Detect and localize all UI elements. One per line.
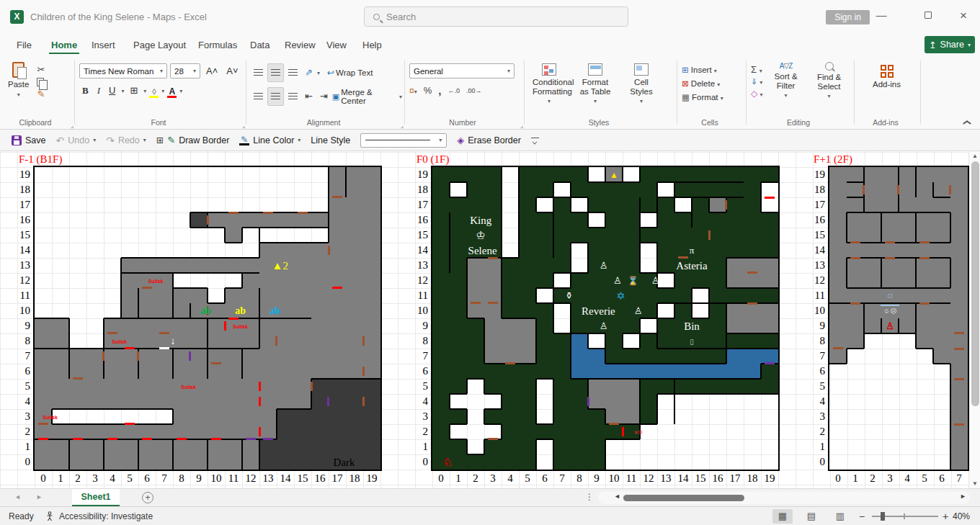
- map-cell[interactable]: [899, 182, 916, 197]
- map-cell[interactable]: [864, 197, 881, 212]
- map-cell[interactable]: [881, 228, 899, 243]
- map-cell[interactable]: [899, 167, 916, 182]
- map-cell[interactable]: [881, 273, 899, 288]
- map-cell[interactable]: [190, 258, 208, 273]
- map-cell[interactable]: [674, 364, 692, 379]
- map-cell[interactable]: [35, 379, 52, 394]
- map-cell[interactable]: [899, 228, 916, 243]
- map-cell[interactable]: [950, 349, 968, 364]
- map-cell[interactable]: [190, 394, 208, 409]
- map-cell[interactable]: [450, 439, 467, 454]
- map-cell[interactable]: [623, 243, 640, 258]
- map-cell[interactable]: [294, 394, 311, 409]
- map-cell[interactable]: [173, 424, 190, 439]
- map-cell[interactable]: [933, 288, 950, 303]
- conditional-formatting-button[interactable]: Conditional Formatting▾: [529, 62, 569, 106]
- map-cell[interactable]: [432, 243, 450, 258]
- align-top-button[interactable]: [251, 64, 266, 81]
- map-cell[interactable]: [121, 379, 138, 394]
- map-cell[interactable]: [432, 333, 450, 349]
- map-cell[interactable]: [553, 197, 571, 212]
- map-cell[interactable]: [208, 258, 225, 273]
- map-cell[interactable]: [726, 364, 744, 379]
- map-cell[interactable]: [432, 167, 450, 182]
- map-cell[interactable]: [311, 318, 329, 333]
- map-cell[interactable]: [69, 394, 86, 409]
- map-cell[interactable]: [138, 424, 156, 439]
- map-cell[interactable]: [329, 409, 346, 424]
- map-cell[interactable]: [692, 212, 709, 228]
- map-cell[interactable]: [519, 364, 536, 379]
- map-cell[interactable]: [674, 167, 692, 182]
- map-cell[interactable]: [467, 333, 484, 349]
- restore-button[interactable]: [925, 12, 932, 19]
- map-cell[interactable]: [829, 212, 847, 228]
- map-cell[interactable]: [346, 273, 363, 288]
- number-format-select[interactable]: General▾: [409, 63, 514, 78]
- map-cell[interactable]: [259, 212, 277, 228]
- map-cell[interactable]: [138, 333, 156, 349]
- map-cell[interactable]: [519, 182, 536, 197]
- comma-button[interactable]: ,: [438, 84, 441, 97]
- map-cell[interactable]: [346, 303, 363, 318]
- map-cell[interactable]: [623, 349, 640, 364]
- map-cell[interactable]: [467, 454, 484, 470]
- map-cell[interactable]: [450, 333, 467, 349]
- map-cell[interactable]: [726, 318, 744, 333]
- map-cell[interactable]: [346, 243, 363, 258]
- map-cell[interactable]: [571, 212, 588, 228]
- map-cell[interactable]: [571, 424, 588, 439]
- zoom-in-button[interactable]: +: [943, 511, 948, 522]
- map-cell[interactable]: [623, 212, 640, 228]
- map-cell[interactable]: [571, 167, 588, 182]
- map-cell[interactable]: [536, 182, 553, 197]
- map-cell[interactable]: [86, 349, 104, 364]
- map-cell[interactable]: [571, 364, 588, 379]
- map-cell[interactable]: [881, 212, 899, 228]
- map-cell[interactable]: [933, 167, 950, 182]
- map-cell[interactable]: [726, 243, 744, 258]
- map-cell[interactable]: [484, 303, 502, 318]
- map-cell[interactable]: [138, 303, 156, 318]
- map-cell[interactable]: [329, 167, 346, 182]
- map-cell[interactable]: [519, 167, 536, 182]
- map-cell[interactable]: [138, 258, 156, 273]
- map-cell[interactable]: [311, 349, 329, 364]
- map-cell[interactable]: [35, 454, 52, 470]
- map-cell[interactable]: [86, 379, 104, 394]
- map-cell[interactable]: [277, 318, 294, 333]
- map-cell[interactable]: [692, 333, 709, 349]
- map-cell[interactable]: [916, 228, 933, 243]
- map-cell[interactable]: [640, 333, 657, 349]
- map-cell[interactable]: [605, 318, 623, 333]
- map-cell[interactable]: [519, 318, 536, 333]
- map-cell[interactable]: [329, 349, 346, 364]
- map-cell[interactable]: [571, 228, 588, 243]
- map-cell[interactable]: [346, 379, 363, 394]
- map-cell[interactable]: [242, 424, 259, 439]
- map-cell[interactable]: [329, 439, 346, 454]
- map-cell[interactable]: [588, 409, 605, 424]
- map-cell[interactable]: [744, 243, 761, 258]
- map-cell[interactable]: [709, 333, 726, 349]
- map-cell[interactable]: [709, 212, 726, 228]
- tab-file[interactable]: File: [14, 37, 34, 54]
- map-cell[interactable]: [173, 364, 190, 379]
- map-cell[interactable]: [640, 349, 657, 364]
- map-cell[interactable]: [553, 167, 571, 182]
- orientation-button[interactable]: ⇗: [302, 66, 316, 80]
- map-cell[interactable]: [484, 167, 502, 182]
- map-cell[interactable]: [294, 243, 311, 258]
- map-cell[interactable]: [847, 212, 864, 228]
- map-cell[interactable]: [294, 273, 311, 288]
- map-cell[interactable]: [311, 243, 329, 258]
- map-cell[interactable]: [761, 258, 778, 273]
- map-cell[interactable]: [536, 243, 553, 258]
- map-cell[interactable]: [346, 333, 363, 349]
- decrease-indent-button[interactable]: ⇤: [302, 89, 316, 104]
- map-cell[interactable]: [208, 424, 225, 439]
- map-cell[interactable]: [467, 288, 484, 303]
- map-cell[interactable]: [484, 182, 502, 197]
- map-cell[interactable]: [933, 228, 950, 243]
- map-cell[interactable]: [190, 318, 208, 333]
